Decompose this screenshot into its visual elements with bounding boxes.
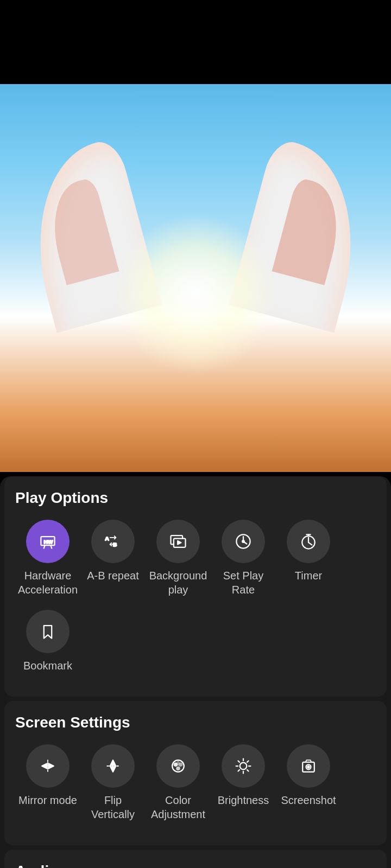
ab-repeat-icon: A B <box>103 532 123 551</box>
screen-settings-title: Screen Settings <box>15 714 376 731</box>
brightness-label: Brightness <box>218 793 269 807</box>
screenshot-icon-circle <box>287 744 330 788</box>
svg-point-12 <box>242 540 244 542</box>
svg-line-29 <box>247 761 249 762</box>
background-play-label: Backgroundplay <box>149 569 207 597</box>
svg-line-28 <box>247 770 249 771</box>
color-adjustment-label: ColorAdjustment <box>151 793 205 821</box>
screen-settings-section: Screen Settings Mirror mode <box>4 701 387 845</box>
top-bar <box>0 0 391 84</box>
ear-left-inner <box>41 177 119 285</box>
flip-vertically-label: FlipVertically <box>91 793 135 821</box>
mirror-mode-icon <box>38 756 58 776</box>
bookmark-label: Bookmark <box>23 659 72 673</box>
ab-repeat-icon-circle: A B <box>91 520 135 563</box>
option-color-adjustment[interactable]: ColorAdjustment <box>146 744 211 821</box>
timer-label: Timer <box>295 569 322 583</box>
svg-text:A: A <box>105 535 109 541</box>
screen-settings-grid: Mirror mode FlipVertically <box>15 744 376 834</box>
flip-vertically-icon <box>103 756 123 776</box>
mirror-mode-icon-circle <box>26 744 70 788</box>
option-timer[interactable]: Timer <box>276 520 341 597</box>
background-play-icon-circle <box>156 520 200 563</box>
audio-title: Audio <box>15 863 376 868</box>
option-mirror-mode[interactable]: Mirror mode <box>15 744 80 821</box>
play-options-section: Play Options HW HardwareAcceleration <box>4 476 387 697</box>
brightness-icon-circle <box>222 744 265 788</box>
flip-vertically-icon-circle <box>91 744 135 788</box>
ear-right-inner <box>272 177 350 285</box>
svg-line-27 <box>238 761 239 762</box>
option-background-play[interactable]: Backgroundplay <box>146 520 211 597</box>
option-brightness[interactable]: Brightness <box>211 744 276 821</box>
bookmark-icon <box>38 622 58 641</box>
play-options-title: Play Options <box>15 489 376 507</box>
hw-icon: HW <box>38 532 58 551</box>
ab-repeat-label: A-B repeat <box>87 569 139 583</box>
hardware-acceleration-icon-circle: HW <box>26 520 70 563</box>
color-adjustment-icon-circle <box>156 744 200 788</box>
svg-point-21 <box>176 767 179 770</box>
color-adjustment-icon <box>168 756 188 776</box>
svg-line-30 <box>238 770 239 771</box>
screenshot-label: Screenshot <box>281 793 336 807</box>
mirror-mode-label: Mirror mode <box>18 793 77 807</box>
brightness-icon <box>234 756 253 776</box>
option-flip-vertically[interactable]: FlipVertically <box>80 744 146 821</box>
background-play-icon <box>168 532 188 551</box>
timer-icon <box>299 532 318 551</box>
cat-visual <box>0 84 391 472</box>
option-set-play-rate[interactable]: Set PlayRate <box>211 520 276 597</box>
timer-icon-circle <box>287 520 330 563</box>
svg-point-22 <box>240 763 247 770</box>
option-hardware-acceleration[interactable]: HW HardwareAcceleration <box>15 520 80 597</box>
option-screenshot[interactable]: Screenshot <box>276 744 341 821</box>
bottom-panel: Play Options HW HardwareAcceleration <box>0 476 391 868</box>
audio-section: Audio <box>4 850 387 868</box>
option-ab-repeat[interactable]: A B A-B repeat <box>80 520 146 597</box>
set-play-rate-label: Set PlayRate <box>223 569 263 597</box>
svg-point-33 <box>307 766 310 768</box>
set-play-rate-icon-circle <box>222 520 265 563</box>
glow-effect <box>114 213 277 376</box>
cat-body <box>22 132 369 468</box>
hardware-acceleration-label: HardwareAcceleration <box>18 569 78 597</box>
bookmark-icon-circle <box>26 610 70 653</box>
set-play-rate-icon <box>234 532 253 551</box>
svg-text:HW: HW <box>44 539 53 545</box>
option-bookmark[interactable]: Bookmark <box>15 610 80 673</box>
screenshot-icon <box>299 756 318 776</box>
video-area <box>0 84 391 472</box>
play-options-grid: HW HardwareAcceleration A B <box>15 520 376 686</box>
